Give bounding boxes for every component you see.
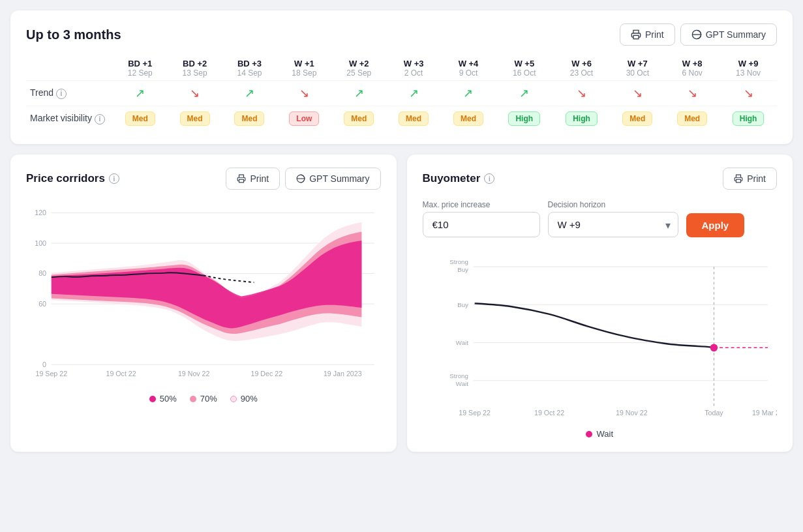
visibility-badge: Med <box>453 111 483 126</box>
col-bd1: BD +112 Sep <box>113 56 168 81</box>
svg-text:Strong: Strong <box>449 258 468 265</box>
visibility-badge: Med <box>399 111 429 126</box>
trend-arrow: ↗ <box>354 87 364 100</box>
buyometer-print-button[interactable]: Print <box>723 168 777 190</box>
trend-arrow: ↗ <box>135 87 145 100</box>
trend-arrow: ↘ <box>190 87 200 100</box>
svg-text:19 Dec 22: 19 Dec 22 <box>251 370 283 377</box>
svg-text:19 Mar 23: 19 Mar 23 <box>751 409 777 417</box>
visibility-badge: Med <box>622 111 652 126</box>
svg-text:19 Sep 22: 19 Sep 22 <box>459 409 491 417</box>
visibility-badge: High <box>566 111 598 126</box>
trend-arrow: ↗ <box>245 87 254 100</box>
svg-text:0: 0 <box>42 361 46 368</box>
col-w5: W +516 Oct <box>496 56 553 81</box>
col-w8: W +86 Nov <box>665 56 720 81</box>
col-w6: W +623 Oct <box>553 56 611 81</box>
visibility-badge: Med <box>677 111 707 126</box>
legend-50: 50% <box>149 394 177 404</box>
svg-text:60: 60 <box>38 300 46 308</box>
price-corridors-actions: Print GPT Summary <box>226 168 380 190</box>
printer-icon <box>237 174 246 183</box>
svg-text:120: 120 <box>35 209 46 216</box>
legend-70: 70% <box>190 394 217 404</box>
col-w4: W +49 Oct <box>441 56 496 81</box>
trend-arrow: ↘ <box>744 87 753 100</box>
svg-text:19 Nov 22: 19 Nov 22 <box>615 409 647 417</box>
col-w3: W +32 Oct <box>386 56 441 81</box>
svg-text:19 Nov 22: 19 Nov 22 <box>178 370 210 377</box>
trend-arrow: ↗ <box>519 87 529 100</box>
svg-text:Buy: Buy <box>457 301 468 308</box>
buyometer-legend: Wait <box>423 429 778 439</box>
legend-70-dot <box>190 396 196 402</box>
visibility-badge: Med <box>234 111 264 126</box>
svg-text:19 Oct 22: 19 Oct 22 <box>534 409 564 417</box>
market-visibility-row: Market visibility i Med Med Med Low Med … <box>26 106 777 132</box>
buyometer-legend-dot <box>586 431 592 437</box>
visibility-badge: Low <box>289 111 319 126</box>
price-corridors-legend: 50% 70% 90% <box>26 394 381 404</box>
svg-text:Wait: Wait <box>455 339 468 346</box>
decision-horizon-group: Decision horizon W +1 W +2 W +3 W +4 W +… <box>548 200 678 237</box>
visibility-badge: High <box>733 111 765 126</box>
buyometer-chart: Strong Buy Buy Wait Strong Wait 19 Sep 2… <box>423 248 778 421</box>
top-card: Up to 3 months Print GPT Summary BD +112… <box>10 10 793 144</box>
buyometer-line <box>474 303 714 347</box>
trend-info-icon[interactable]: i <box>56 89 67 99</box>
gpt-icon <box>691 29 702 40</box>
price-corridors-title: Price corridors i <box>26 172 119 185</box>
trend-arrow: ↘ <box>688 87 697 100</box>
svg-text:19 Jan 2023: 19 Jan 2023 <box>324 370 362 377</box>
svg-text:Today: Today <box>705 409 723 417</box>
trend-arrow: ↘ <box>299 87 309 100</box>
buyometer-card: Buyometer i Print Max. price increase De… <box>407 155 793 452</box>
svg-text:Strong: Strong <box>449 372 468 379</box>
page-title: Up to 3 months <box>26 27 121 42</box>
price-corridors-info-icon[interactable]: i <box>109 173 119 184</box>
printer-icon <box>631 29 641 40</box>
price-corridors-card: Price corridors i Print GPT Summary <box>10 155 397 452</box>
visibility-badge: High <box>508 111 540 126</box>
buyometer-header: Buyometer i Print <box>423 168 778 190</box>
price-corridors-header: Price corridors i Print GPT Summary <box>26 168 381 190</box>
visibility-badge: Med <box>125 111 155 126</box>
price-corridors-svg: 120 100 80 60 0 19 Sep 22 19 Oct 22 19 <box>26 200 381 383</box>
decision-horizon-label: Decision horizon <box>548 200 678 209</box>
apply-button[interactable]: Apply <box>686 213 745 237</box>
max-price-label: Max. price increase <box>423 200 540 209</box>
svg-text:Buy: Buy <box>457 266 468 273</box>
decision-horizon-select-wrapper: W +1 W +2 W +3 W +4 W +5 W +6 W +7 W +8 … <box>548 212 678 237</box>
buyometer-info-icon[interactable]: i <box>484 173 494 184</box>
col-w1: W +118 Sep <box>277 56 331 81</box>
svg-text:Wait: Wait <box>455 380 468 387</box>
print-button[interactable]: Print <box>620 23 675 46</box>
buyometer-dot <box>710 344 718 352</box>
legend-90-dot <box>230 396 237 402</box>
svg-rect-19 <box>736 179 741 183</box>
decision-horizon-select[interactable]: W +1 W +2 W +3 W +4 W +5 W +6 W +7 W +8 … <box>548 212 678 237</box>
printer-icon <box>734 174 743 183</box>
price-corridors-chart: 120 100 80 60 0 19 Sep 22 19 Oct 22 19 <box>26 200 381 386</box>
visibility-badge: Med <box>344 111 374 126</box>
price-corridors-print-button[interactable]: Print <box>226 168 280 190</box>
col-w2: W +225 Sep <box>331 56 386 81</box>
gpt-summary-button[interactable]: GPT Summary <box>680 23 777 46</box>
svg-text:100: 100 <box>35 239 46 247</box>
buyometer-legend-wait: Wait <box>586 429 613 439</box>
price-corridors-gpt-button[interactable]: GPT Summary <box>285 168 380 190</box>
visibility-badge: Med <box>180 111 210 126</box>
col-bd3: BD +314 Sep <box>222 56 277 81</box>
forecast-table: BD +112 Sep BD +213 Sep BD +314 Sep W +1… <box>26 56 777 131</box>
trend-arrow: ↗ <box>409 87 419 100</box>
col-w7: W +730 Oct <box>610 56 665 81</box>
svg-rect-2 <box>239 179 244 183</box>
top-card-actions: Print GPT Summary <box>620 23 777 46</box>
buyometer-svg: Strong Buy Buy Wait Strong Wait 19 Sep 2… <box>423 248 778 419</box>
trend-arrow: ↘ <box>633 87 643 100</box>
max-price-group: Max. price increase <box>423 200 540 237</box>
col-bd2: BD +213 Sep <box>168 56 222 81</box>
visibility-info-icon[interactable]: i <box>95 114 105 125</box>
max-price-input[interactable] <box>423 212 540 237</box>
trend-arrow: ↗ <box>463 87 473 100</box>
